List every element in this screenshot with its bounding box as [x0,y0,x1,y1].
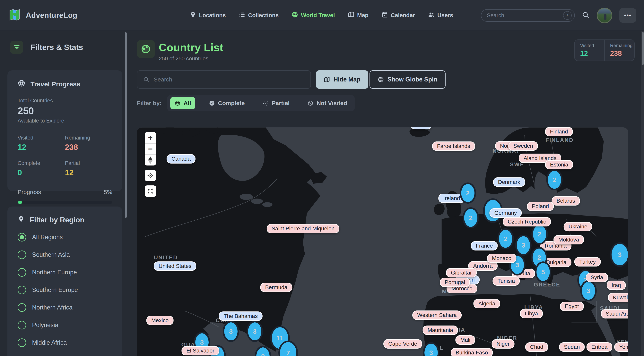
country-pill-gibraltar[interactable]: Gibraltar [446,268,477,278]
country-pill-tunisia[interactable]: Tunisia [492,276,520,286]
country-pill-syria[interactable]: Syria [586,273,608,282]
country-pill-moldova[interactable]: Moldova [554,235,584,244]
cluster-marker[interactable]: 3 [610,242,628,267]
country-pill-united-states[interactable]: United States [154,261,196,271]
region-option-northern-europe[interactable]: Northern Europe [18,268,112,277]
country-pill-mauritania[interactable]: Mauritania [423,326,458,335]
zoom-in-button[interactable]: + [145,132,156,143]
country-pill-egypt[interactable]: Egypt [560,302,584,311]
country-pill-chad[interactable]: Chad [525,342,548,352]
page-scrollbar[interactable] [641,31,644,356]
region-option-middle-africa[interactable]: Middle Africa [18,339,112,347]
geolocate-button[interactable] [145,170,156,181]
region-option-southern-asia[interactable]: Southern Asia [18,251,112,259]
nav-item-users[interactable]: Users [428,11,453,19]
country-pill-ukraine[interactable]: Ukraine [564,222,592,231]
country-pill-germany[interactable]: Germany [489,208,522,218]
search-icon[interactable] [582,11,590,19]
filter-chip-partial[interactable]: Partial [258,97,294,109]
nav-item-world-travel[interactable]: World Travel [292,11,335,19]
country-pill-algeria[interactable]: Algeria [473,299,500,308]
page-scrollbar-thumb[interactable] [642,32,644,65]
zoom-out-button[interactable]: − [145,143,156,154]
country-pill-canada[interactable]: Canada [166,154,196,164]
country-pill-czech-republic[interactable]: Czech Republic [503,217,551,226]
country-pill-poland[interactable]: Poland [527,202,554,211]
radio-button[interactable] [18,303,26,312]
country-pill-iraq[interactable]: Iraq [607,281,626,290]
country-pill-eritrea[interactable]: Eritrea [586,342,612,352]
country-pill-clipped[interactable] [410,127,432,129]
region-option-all-regions[interactable]: All Regions [18,233,112,242]
country-pill-burkina-faso[interactable]: Burkina Faso [451,348,493,356]
summary-remaining: Remaining 238 [604,40,634,60]
region-option-polynesia[interactable]: Polynesia [18,321,112,330]
radio-button[interactable] [18,251,26,259]
country-pill-niger[interactable]: Niger [492,339,514,349]
country-pill-cape-verde[interactable]: Cape Verde [384,339,422,349]
country-pill-western-sahara[interactable]: Western Sahara [412,311,462,320]
cluster-marker[interactable]: 2 [532,224,548,245]
filter-chip-complete[interactable]: Complete [205,97,249,109]
filter-chip-label: Partial [272,100,290,106]
country-pill-mexico[interactable]: Mexico [146,316,174,325]
nav-item-locations[interactable]: Locations [190,11,226,19]
country-pill-bermuda[interactable]: Bermuda [260,283,292,292]
country-pill-turkey[interactable]: Turkey [574,257,601,267]
nav-item-collections[interactable]: Collections [239,11,278,19]
avatar[interactable] [597,8,612,23]
nav-item-map[interactable]: Map [348,11,368,19]
hide-map-button[interactable]: Hide Map [316,70,368,89]
radio-button[interactable] [18,233,26,242]
country-pill-saint-pierre-and-miquelon[interactable]: Saint Pierre and Miquelon [267,224,340,233]
nav-item-calendar[interactable]: Calendar [382,11,415,19]
cluster-marker[interactable]: 3 [246,321,263,342]
cluster-marker[interactable]: 3 [580,280,597,301]
country-pill-el-salvador[interactable]: El Salvador [182,346,219,356]
country-search-input[interactable] [154,76,304,83]
country-pill-faroe-islands[interactable]: Faroe Islands [432,141,475,151]
country-pill-monaco[interactable]: Monaco [487,254,516,263]
country-pill-kuwait[interactable]: Kuwait [608,293,628,302]
cluster-marker[interactable]: 2 [460,182,476,204]
country-search[interactable] [137,70,311,89]
compass-control[interactable] [145,154,156,165]
country-pill-finland[interactable]: Finland [545,127,573,136]
radio-button[interactable] [18,321,26,330]
navbar-search-input[interactable] [487,12,563,18]
country-pill-yemen[interactable]: Yemen [614,342,628,352]
navbar-search[interactable]: / [481,9,575,22]
region-option-southern-europe[interactable]: Southern Europe [18,286,112,294]
country-pill-denmark[interactable]: Denmark [493,177,525,187]
country-pill-the-bahamas[interactable]: The Bahamas [219,312,262,321]
country-pill-sudan[interactable]: Sudan [559,342,585,352]
cluster-marker[interactable]: 3 [515,235,532,256]
cluster-marker[interactable]: 3 [223,321,239,342]
radio-button[interactable] [18,268,26,277]
country-pill-saudi-arabia[interactable]: Saudi Arabia [601,309,628,319]
country-pill-libya[interactable]: Libya [520,309,543,318]
progress-percent: 5% [104,189,112,195]
brand[interactable]: AdventureLog [8,8,78,22]
show-globe-spin-button[interactable]: Show Globe Spin [370,70,446,89]
country-pill-france[interactable]: France [471,241,498,251]
filter-chip-not-visited[interactable]: Not Visited [303,97,351,109]
region-option-northern-africa[interactable]: Northern Africa [18,303,112,312]
world-map[interactable]: UNITEDSTATESCUBAGUANORWAYSWEFINLANDLIBYA… [137,127,628,356]
radio-button[interactable] [18,339,26,347]
app-title: AdventureLog [26,11,78,19]
country-pill-mali[interactable]: Mali [455,335,475,345]
cluster-marker[interactable]: 2 [497,228,514,249]
cluster-marker[interactable]: 2 [546,169,563,190]
cluster-marker[interactable]: 5 [535,261,551,283]
country-pill-sweden[interactable]: Sweden [508,141,538,151]
more-menu-button[interactable]: ••• [619,8,636,23]
country-pill-portugal[interactable]: Portugal [440,278,470,287]
country-pill-estonia[interactable]: Estonia [545,160,573,169]
radio-button[interactable] [18,286,26,294]
filter-chip-all[interactable]: All [170,97,195,109]
cluster-marker[interactable]: 2 [462,207,479,228]
fullscreen-button[interactable] [145,185,156,197]
country-pill-belarus[interactable]: Belarus [552,196,580,206]
sidebar-scrollbar[interactable] [125,32,127,218]
